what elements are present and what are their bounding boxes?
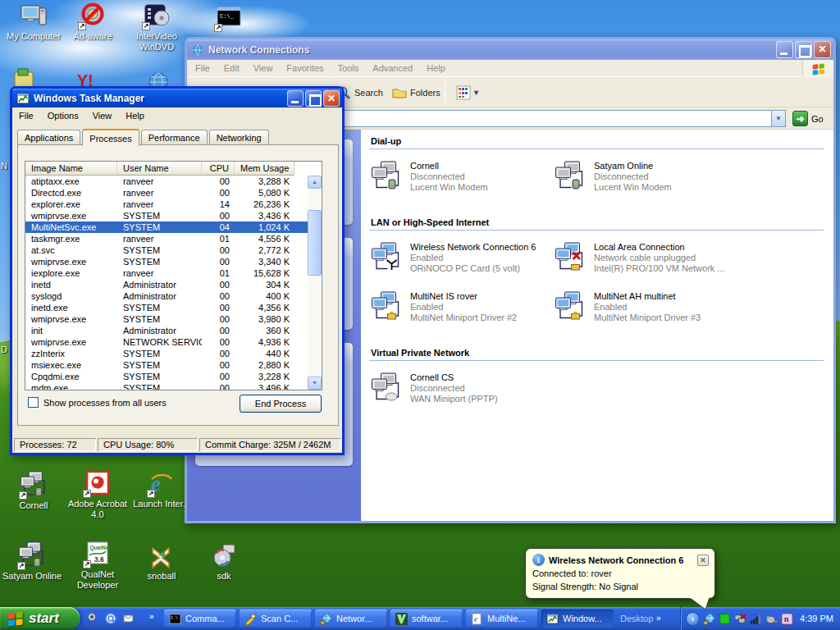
column-header-image-name[interactable]: Image Name (25, 162, 117, 176)
tray-n-app-icon[interactable]: n (781, 613, 793, 625)
desktop-icon-intervideo-windvd[interactable]: ↗InterVideo WinDVD (123, 2, 190, 52)
taskbar-button-multine[interactable]: eMultiNe... (466, 609, 538, 628)
quick-launch-overflow-chevron[interactable]: » (149, 612, 153, 621)
taskbar-button-softwar[interactable]: softwar... (390, 609, 463, 628)
process-row[interactable]: inetdAdministrator00304 K (25, 279, 308, 290)
taskman-menu-file[interactable]: File (19, 111, 34, 121)
process-row[interactable]: initAdministrator00360 K (25, 325, 308, 336)
taskbar-button-networ[interactable]: Networ... (315, 609, 387, 628)
address-dropdown-button[interactable]: ▼ (771, 111, 785, 126)
process-row[interactable]: iexplore.exeranveer0115,628 K (25, 267, 308, 279)
desktop-toolbar-label[interactable]: Desktop (620, 614, 653, 623)
connection-item-cornell-cs[interactable]: Cornell CSDisconnectedWAN Miniport (PPTP… (371, 372, 555, 407)
taskbar-button-scan-c[interactable]: Scan C... (240, 609, 312, 628)
connection-item-satyam-online[interactable]: Satyam OnlineDisconnectedLucent Win Mode… (555, 161, 738, 195)
tray-mouse-icon[interactable] (765, 613, 778, 625)
taskbar-button-comma[interactable]: C:\Comma... (164, 609, 236, 628)
minimize-button[interactable] (287, 90, 304, 107)
desktop-icon-cornell[interactable]: ↗Cornell (0, 471, 67, 511)
process-row[interactable]: msiexec.exeSYSTEM002,880 K (25, 359, 308, 371)
column-header-mem-usage[interactable]: Mem Usage (235, 162, 294, 176)
connection-item-cornell[interactable]: CornellDisconnectedLucent Win Modem (371, 161, 555, 195)
process-row[interactable]: MultiNetSvc.exeSYSTEM041,024 K (25, 221, 308, 233)
maximize-button[interactable] (795, 41, 812, 58)
process-row[interactable]: taskmgr.exeranveer014,556 K (25, 233, 308, 244)
process-row[interactable]: at.svcSYSTEM002,772 K (25, 244, 308, 256)
process-row[interactable]: mdm.exeSYSTEM003,496 K (25, 382, 308, 390)
netconn-menu-favorites[interactable]: Favorites (286, 63, 323, 73)
scrollbar[interactable]: ▲ ▼ (308, 176, 322, 390)
desktop-icon-ad-aware[interactable]: ↗Ad-aware (59, 2, 126, 42)
connection-item-wireless-network-connection-6[interactable]: Wireless Network Connection 6EnabledORiN… (371, 242, 555, 276)
tab-networking[interactable]: Networking (209, 130, 269, 145)
desktop-icon-qualnet-developer[interactable]: QualNet3.6↗QualNet Developer (64, 540, 131, 591)
hide-tray-icons-button[interactable]: ‹ (686, 612, 700, 626)
tray-network-disabled-icon[interactable] (734, 613, 746, 625)
process-row[interactable]: inetd.exeSYSTEM004,356 K (25, 302, 308, 313)
desktop-icon-satyam-online[interactable]: ↗Satyam Online (0, 541, 66, 582)
netconn-menu-tools[interactable]: Tools (338, 63, 359, 73)
netconn-menu-advanced[interactable]: Advanced (372, 63, 413, 73)
cell-user-name: SYSTEM (117, 210, 202, 221)
column-header-cpu[interactable]: CPU (202, 162, 235, 176)
process-row[interactable]: wmiprvse.exeSYSTEM003,436 K (25, 210, 308, 221)
tray-green-app-icon[interactable] (719, 613, 731, 625)
show-all-users-checkbox-row[interactable]: Show processes from all users (28, 397, 167, 408)
scroll-up-button[interactable]: ▲ (308, 176, 322, 189)
connection-item-local-area-connection[interactable]: Local Area ConnectionNetwork cable unplu… (555, 242, 738, 276)
tab-applications[interactable]: Applications (17, 130, 80, 145)
desktop-icon-my-computer[interactable]: My Computer (0, 2, 67, 42)
shortcut-arrow-icon: ↗ (147, 490, 155, 498)
desktop-icon-cmd[interactable]: C:\_↗ (195, 3, 262, 31)
scrollbar-thumb[interactable] (308, 210, 322, 276)
process-row[interactable]: wmiprvse.exeNETWORK SERVICE004,936 K (25, 336, 308, 348)
tab-processes[interactable]: Processes (82, 129, 139, 146)
minimize-button[interactable] (776, 41, 793, 58)
process-row[interactable]: wmiprvse.exeSYSTEM003,340 K (25, 256, 308, 267)
tab-performance[interactable]: Performance (141, 130, 208, 145)
cell-image-name: msiexec.exe (25, 359, 117, 371)
taskman-menu-view[interactable]: View (93, 111, 112, 121)
netconn-menu-view[interactable]: View (253, 63, 273, 73)
quick-launch-outlook-icon[interactable] (123, 612, 136, 625)
process-row[interactable]: Directcd.exeranveer005,080 K (25, 187, 308, 199)
netconn-titlebar[interactable]: Network Connections (187, 39, 833, 60)
process-row[interactable]: syslogdAdministrator00400 K (25, 290, 308, 302)
taskman-menu-options[interactable]: Options (48, 111, 79, 121)
process-row[interactable]: Cpqdmi.exeSYSTEM003,228 K (25, 371, 308, 382)
balloon-close-button[interactable]: ✕ (697, 555, 709, 566)
desktop-toolbar-chevron[interactable]: » (656, 614, 660, 623)
taskbar-button-window[interactable]: Window... (541, 609, 614, 628)
process-row[interactable]: zzInterixSYSTEM00440 K (25, 348, 308, 359)
process-row[interactable]: wmiprvse.exeSYSTEM003,980 K (25, 313, 308, 325)
column-header-user-name[interactable]: User Name (117, 162, 202, 176)
end-process-button[interactable]: End Process (240, 395, 322, 413)
netconn-menu-help[interactable]: Help (427, 63, 445, 73)
taskman-menu-help[interactable]: Help (126, 111, 144, 121)
connection-item-multinet-is-rover[interactable]: MultiNet IS roverEnabledMultiNet Minipor… (371, 291, 555, 326)
scroll-down-button[interactable]: ▼ (308, 377, 322, 390)
connection-item-multinet-ah-multinet[interactable]: MultiNet AH multinetEnabledMultiNet Mini… (555, 291, 738, 326)
close-button[interactable] (814, 41, 831, 58)
close-button[interactable] (323, 90, 340, 107)
taskman-titlebar[interactable]: Windows Task Manager (12, 89, 342, 107)
quick-launch-quicktime-icon[interactable] (104, 612, 117, 625)
desktop-icon-sdk[interactable]: sdk (190, 541, 258, 582)
quick-launch-webcam-icon[interactable] (85, 612, 98, 625)
cell-mem-usage: 304 K (235, 279, 294, 290)
network-icon (320, 613, 332, 625)
process-row[interactable]: explorer.exeranveer1426,236 K (25, 199, 308, 210)
tray-network-icon[interactable] (703, 613, 715, 625)
netconn-menu-file[interactable]: File (195, 63, 210, 73)
go-button[interactable]: ➜ Go (792, 110, 824, 127)
process-row[interactable]: atiptaxx.exeranveer003,288 K (25, 176, 308, 187)
desktop-icon-adobe-acrobat-4-0[interactable]: ↗Adobe Acrobat 4.0 (64, 469, 131, 520)
tray-signal-strength-icon[interactable] (750, 613, 762, 625)
start-button[interactable]: start (0, 607, 80, 630)
checkbox[interactable] (28, 397, 39, 408)
maximize-button[interactable] (305, 90, 322, 107)
netconn-menu-edit[interactable]: Edit (224, 63, 240, 73)
folders-button[interactable]: Folders (387, 82, 445, 103)
desktop-icon-snoball[interactable]: snoball (128, 541, 195, 582)
views-button[interactable]: ▾ (451, 82, 482, 103)
